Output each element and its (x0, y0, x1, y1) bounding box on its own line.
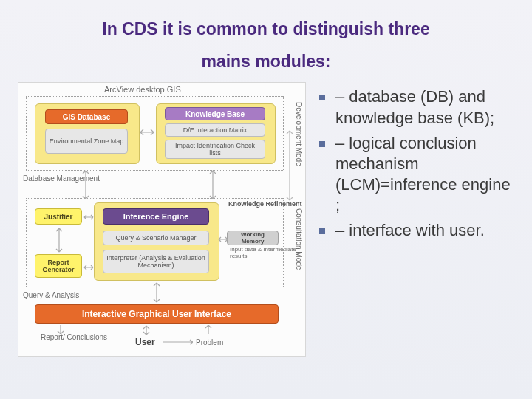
arrow-icon (81, 170, 91, 200)
report-generator-box: Report Generator (35, 254, 82, 278)
igui-box: Interactive Graphical User Interface (35, 304, 279, 324)
content-row: ArcView desktop GIS GIS Database Environ… (18, 82, 514, 357)
arrow-icon (284, 130, 295, 201)
arrow-icon (218, 235, 228, 244)
architecture-diagram: ArcView desktop GIS GIS Database Environ… (18, 82, 306, 357)
gis-database-box: GIS Database (45, 109, 128, 124)
slide-title: In CDS it is common to distinguish three… (18, 13, 514, 78)
working-memory-sub: Input data & Intermediate results (230, 247, 305, 259)
env-zone-box: Environmental Zone Map (45, 129, 128, 154)
dev-mode-label: Development Mode (295, 102, 303, 166)
title-line2: mains modules: (201, 52, 330, 71)
bullet-text: – logical conclusion mechanism (LCM)=inf… (335, 133, 511, 216)
list-item: – logical conclusion mechanism (LCM)=inf… (319, 133, 511, 216)
title-line1: In CDS it is common to distinguish three (102, 19, 429, 38)
knowledge-base-box: Knowledge Base (165, 107, 265, 120)
list-item: – interface with user. (319, 220, 511, 241)
working-memory-box: Working Memory (227, 231, 279, 245)
arrow-icon (208, 170, 218, 200)
arrow-icon (83, 213, 94, 222)
user-label: User (135, 337, 155, 347)
arrow-icon (140, 127, 154, 137)
problem-label: Problem (196, 338, 223, 347)
diagram-top-label: ArcView desktop GIS (104, 85, 181, 94)
arrow-icon (151, 282, 162, 303)
bullet-text: – database (DB) and knowledge base (KB); (335, 86, 511, 128)
query-manager-box: Query & Scenario Manager (103, 231, 209, 245)
query-analysis-label: Query & Analysis (23, 291, 79, 299)
list-item: – database (DB) and knowledge base (KB); (319, 86, 511, 128)
arrow-icon (54, 228, 64, 253)
consult-mode-label: Consultation Mode (295, 208, 303, 270)
bullet-list: – database (DB) and knowledge base (KB);… (315, 82, 514, 357)
bullet-icon (319, 228, 325, 234)
arrow-icon (83, 263, 94, 272)
arrow-icon (203, 325, 214, 334)
impact-box: Impact Identification Check lists (165, 140, 265, 159)
inference-engine-box: Inference Engine (103, 208, 209, 225)
arrow-icon (55, 325, 66, 334)
interpreter-box: Interpreter (Analysis & Evaluation Mecha… (103, 250, 209, 273)
de-matrix-box: D/E Interaction Matrix (165, 123, 265, 137)
report-conclusions-label: Report/ Conclusions (41, 334, 107, 342)
arrow-icon (163, 338, 193, 346)
arrow-icon (141, 325, 151, 335)
slide: In CDS it is common to distinguish three… (0, 0, 532, 399)
bullet-text: – interface with user. (335, 220, 485, 241)
justifier-box: Justifier (35, 208, 82, 225)
refinement-label: Knowledge Refinement (228, 201, 302, 208)
bullet-icon (319, 95, 325, 100)
bullet-icon (319, 141, 325, 147)
